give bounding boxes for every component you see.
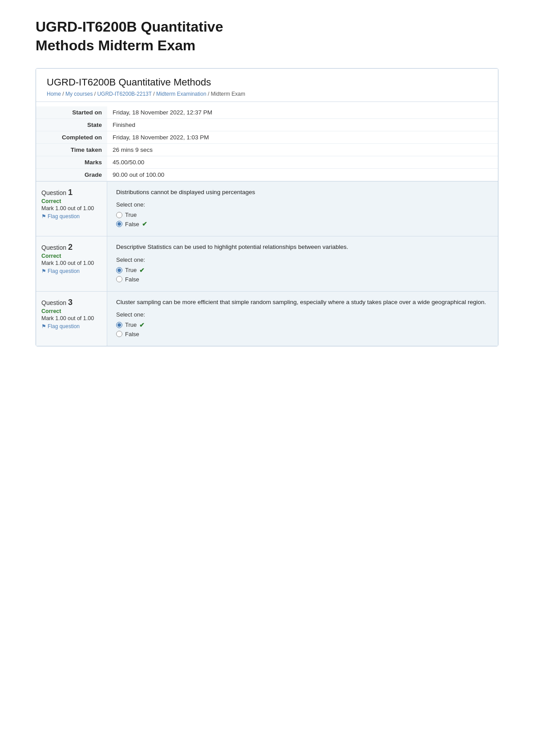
radio-circle-1-1 (116, 212, 122, 218)
option-label-1-2: False (125, 221, 139, 228)
question-status-2: Correct (41, 253, 101, 259)
question-content-2: Descriptive Statistics can be used to hi… (107, 236, 498, 291)
card-header-title: UGRD-IT6200B Quantitative Methods (47, 77, 487, 88)
questions-section: Question 1 Correct Mark 1.00 out of 1.00… (36, 181, 498, 346)
main-card: UGRD-IT6200B Quantitative Methods Home /… (36, 68, 498, 346)
breadcrumb-midterm-examination[interactable]: Midterm Examination (156, 91, 206, 97)
check-icon: ✔ (139, 321, 145, 329)
info-label-5: Grade (36, 169, 107, 181)
question-number-3: Question 3 (41, 298, 101, 307)
breadcrumb-mycourses[interactable]: My courses (65, 91, 93, 97)
info-row: State Finished (36, 119, 498, 131)
question-status-1: Correct (41, 198, 101, 204)
select-one-label-2: Select one: (116, 256, 489, 263)
question-mark-2: Mark 1.00 out of 1.00 (41, 260, 101, 266)
breadcrumb: Home / My courses / UGRD-IT6200B-2213T /… (47, 91, 487, 97)
info-table: Started on Friday, 18 November 2022, 12:… (36, 106, 498, 181)
question-status-3: Correct (41, 308, 101, 314)
question-text-1: Distributions cannot be displayed using … (116, 188, 489, 197)
flag-question-3[interactable]: ⚑ Flag question (41, 323, 101, 329)
flag-icon-1: ⚑ (41, 213, 46, 219)
flag-label-2: Flag question (48, 268, 80, 274)
info-value-4: 45.00/50.00 (107, 156, 498, 169)
page-title: UGRD-IT6200B Quantitative Methods Midter… (36, 18, 498, 55)
question-number-1: Question 1 (41, 188, 101, 197)
info-row: Completed on Friday, 18 November 2022, 1… (36, 131, 498, 144)
info-value-2: Friday, 18 November 2022, 1:03 PM (107, 131, 498, 144)
question-number-2: Question 2 (41, 243, 101, 252)
info-value-0: Friday, 18 November 2022, 12:37 PM (107, 106, 498, 119)
check-icon: ✔ (142, 220, 147, 228)
option-2-1[interactable]: True ✔ (116, 267, 489, 274)
info-row: Marks 45.00/50.00 (36, 156, 498, 169)
info-value-5: 90.00 out of 100.00 (107, 169, 498, 181)
question-mark-1: Mark 1.00 out of 1.00 (41, 205, 101, 211)
info-value-3: 26 mins 9 secs (107, 144, 498, 156)
option-label-1-1: True (125, 211, 137, 218)
question-sidebar-2: Question 2 Correct Mark 1.00 out of 1.00… (36, 236, 107, 291)
radio-circle-2-1 (116, 267, 122, 273)
flag-icon-2: ⚑ (41, 268, 46, 274)
question-content-1: Distributions cannot be displayed using … (107, 182, 498, 236)
question-block-2: Question 2 Correct Mark 1.00 out of 1.00… (36, 236, 498, 291)
flag-question-2[interactable]: ⚑ Flag question (41, 268, 101, 274)
radio-circle-2-2 (116, 276, 122, 282)
option-3-2[interactable]: False (116, 331, 489, 337)
option-label-3-1: True (125, 321, 137, 328)
question-sidebar-1: Question 1 Correct Mark 1.00 out of 1.00… (36, 182, 107, 236)
option-label-3-2: False (125, 331, 139, 337)
radio-circle-1-2 (116, 221, 122, 227)
info-label-3: Time taken (36, 144, 107, 156)
radio-circle-3-2 (116, 331, 122, 337)
radio-circle-3-1 (116, 322, 122, 328)
option-label-2-2: False (125, 276, 139, 283)
question-block-3: Question 3 Correct Mark 1.00 out of 1.00… (36, 291, 498, 346)
question-sidebar-3: Question 3 Correct Mark 1.00 out of 1.00… (36, 292, 107, 346)
select-one-label-3: Select one: (116, 311, 489, 318)
info-row: Started on Friday, 18 November 2022, 12:… (36, 106, 498, 119)
card-header: UGRD-IT6200B Quantitative Methods Home /… (36, 69, 498, 102)
breadcrumb-home[interactable]: Home (47, 91, 61, 97)
question-mark-3: Mark 1.00 out of 1.00 (41, 315, 101, 321)
flag-question-1[interactable]: ⚑ Flag question (41, 213, 101, 219)
info-value-1: Finished (107, 119, 498, 131)
info-label-1: State (36, 119, 107, 131)
breadcrumb-midterm-exam: Midterm Exam (211, 91, 245, 97)
flag-label-1: Flag question (48, 213, 80, 219)
info-label-4: Marks (36, 156, 107, 169)
select-one-label-1: Select one: (116, 201, 489, 208)
option-label-2-1: True (125, 267, 137, 273)
flag-label-3: Flag question (48, 323, 80, 329)
question-content-3: Cluster sampling can be more efficient t… (107, 292, 498, 346)
info-row: Time taken 26 mins 9 secs (36, 144, 498, 156)
flag-icon-3: ⚑ (41, 323, 46, 329)
info-label-2: Completed on (36, 131, 107, 144)
breadcrumb-course[interactable]: UGRD-IT6200B-2213T (97, 91, 152, 97)
question-text-3: Cluster sampling can be more efficient t… (116, 298, 489, 307)
question-block-1: Question 1 Correct Mark 1.00 out of 1.00… (36, 181, 498, 236)
question-text-2: Descriptive Statistics can be used to hi… (116, 243, 489, 252)
option-3-1[interactable]: True ✔ (116, 321, 489, 329)
option-2-2[interactable]: False (116, 276, 489, 283)
check-icon: ✔ (139, 267, 145, 274)
info-label-0: Started on (36, 106, 107, 119)
info-row: Grade 90.00 out of 100.00 (36, 169, 498, 181)
option-1-1[interactable]: True (116, 211, 489, 218)
option-1-2[interactable]: False ✔ (116, 220, 489, 228)
